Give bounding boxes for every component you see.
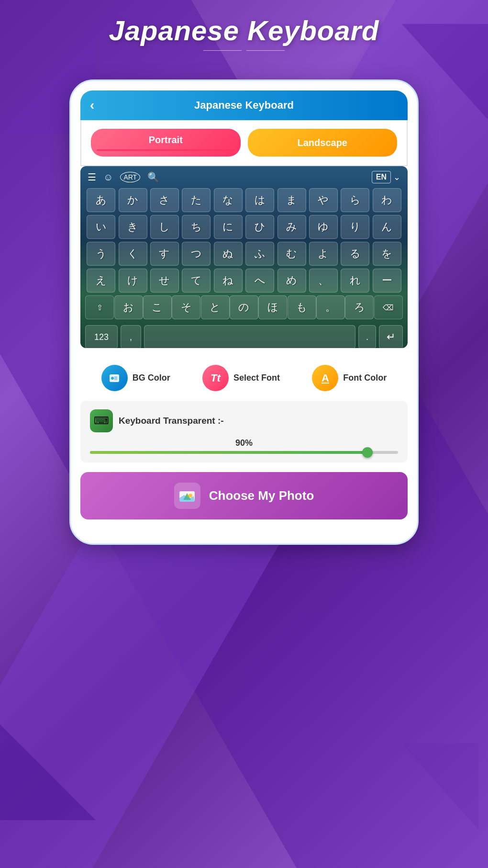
keyboard-green-icon: ⌨ (90, 409, 113, 432)
chevron-down-icon: ⌄ (393, 172, 400, 182)
key-ho[interactable]: ほ (258, 295, 287, 319)
key-re[interactable]: れ (341, 269, 369, 293)
key-o[interactable]: お (114, 295, 143, 319)
key-me[interactable]: め (277, 269, 306, 293)
key-chi[interactable]: ち (182, 215, 211, 239)
key-fu[interactable]: ふ (245, 242, 274, 266)
app-header-title: Japanese Keyboard (194, 99, 294, 112)
key-sa[interactable]: さ (150, 188, 179, 212)
number-key[interactable]: 123 (85, 325, 118, 348)
font-color-icon: A (312, 365, 338, 391)
bg-color-label: BG Color (133, 373, 170, 383)
backspace-key[interactable]: ⌫ (374, 295, 403, 319)
key-ro[interactable]: ろ (345, 295, 374, 319)
bg-color-icon (101, 365, 128, 391)
key-ru[interactable]: る (341, 242, 369, 266)
slider-thumb[interactable] (362, 447, 373, 458)
language-selector[interactable]: EN ⌄ (372, 171, 400, 183)
key-ne[interactable]: ね (214, 269, 243, 293)
transparency-percent: 90% (90, 438, 398, 448)
key-u[interactable]: う (87, 242, 115, 266)
lang-label: EN (372, 171, 391, 183)
key-n[interactable]: ん (373, 215, 401, 239)
select-font-icon: Tt (202, 365, 229, 391)
key-ku[interactable]: く (119, 242, 147, 266)
key-na[interactable]: な (214, 188, 243, 212)
svg-point-1 (111, 377, 114, 380)
select-font-label: Select Font (233, 373, 280, 383)
svg-point-4 (189, 494, 192, 497)
key-shi[interactable]: し (150, 215, 179, 239)
key-i[interactable]: い (87, 215, 115, 239)
key-a[interactable]: あ (87, 188, 115, 212)
photo-icon (174, 483, 200, 509)
key-ni[interactable]: に (214, 215, 243, 239)
key-no[interactable]: の (230, 295, 258, 319)
key-ko[interactable]: こ (143, 295, 172, 319)
key-wo[interactable]: を (373, 242, 401, 266)
kb-row-3: う く す つ ぬ ふ む よ る を (85, 242, 403, 266)
key-ha[interactable]: は (245, 188, 274, 212)
key-mi[interactable]: み (277, 215, 306, 239)
space-key[interactable] (144, 325, 355, 348)
period-key[interactable]: . (358, 325, 376, 348)
portrait-tab[interactable]: Portrait (91, 129, 241, 157)
back-button[interactable]: ‹ (90, 98, 94, 113)
transparency-label: Keyboard Transparent :- (119, 416, 224, 426)
hamburger-icon[interactable]: ☰ (88, 171, 96, 183)
app-header: ‹ Japanese Keyboard (80, 90, 408, 120)
page-title: Japanese Keyboard (0, 14, 488, 46)
keyboard-bottom-row: 123 , . ↵ (80, 322, 408, 348)
key-to[interactable]: と (201, 295, 230, 319)
art-icon[interactable]: ART (120, 172, 140, 182)
key-hi[interactable]: ひ (245, 215, 274, 239)
key-he[interactable]: へ (245, 269, 274, 293)
transparency-slider[interactable] (90, 451, 398, 454)
select-font-button[interactable]: Tt Select Font (202, 365, 280, 391)
font-color-label: Font Color (343, 373, 387, 383)
key-ta[interactable]: た (182, 188, 211, 212)
key-wa[interactable]: わ (373, 188, 401, 212)
key-se[interactable]: せ (150, 269, 179, 293)
shift-key[interactable]: ⇧ (85, 295, 114, 319)
key-ma[interactable]: ま (277, 188, 306, 212)
key-tsu[interactable]: つ (182, 242, 211, 266)
key-su[interactable]: す (150, 242, 179, 266)
key-yu[interactable]: ゆ (309, 215, 338, 239)
customization-row: BG Color Tt Select Font A Font Color (80, 355, 408, 401)
enter-key[interactable]: ↵ (379, 325, 403, 348)
landscape-tab[interactable]: Landscape (248, 129, 398, 157)
key-ka[interactable]: か (119, 188, 147, 212)
keyboard-toolbar: ☰ ☺ ART 🔍 EN ⌄ (80, 166, 408, 188)
bg-color-button[interactable]: BG Color (101, 365, 170, 391)
key-mu[interactable]: む (277, 242, 306, 266)
key-mo[interactable]: も (288, 295, 316, 319)
search-icon[interactable]: 🔍 (147, 171, 159, 183)
key-ki[interactable]: き (119, 215, 147, 239)
key-period-jp[interactable]: 。 (316, 295, 345, 319)
emoji-icon[interactable]: ☺ (103, 172, 113, 183)
choose-photo-button[interactable]: Choose My Photo (80, 472, 408, 519)
key-ra[interactable]: ら (341, 188, 369, 212)
key-e[interactable]: え (87, 269, 115, 293)
key-dash[interactable]: ー (373, 269, 401, 293)
choose-photo-label: Choose My Photo (209, 488, 314, 503)
kb-row-5: ⇧ お こ そ と の ほ も 。 ろ ⌫ (85, 295, 403, 319)
key-ke[interactable]: け (119, 269, 147, 293)
transparency-section: ⌨ Keyboard Transparent :- 90% (80, 401, 408, 462)
phone-frame: ‹ Japanese Keyboard Portrait Landscape ☰… (69, 79, 419, 545)
transparency-header: ⌨ Keyboard Transparent :- (90, 409, 398, 432)
key-nu[interactable]: ぬ (214, 242, 243, 266)
comma-key[interactable]: , (121, 325, 141, 348)
key-so[interactable]: そ (172, 295, 200, 319)
key-ya[interactable]: や (309, 188, 338, 212)
tab-area: Portrait Landscape (80, 120, 408, 166)
font-color-button[interactable]: A Font Color (312, 365, 387, 391)
title-divider (0, 50, 488, 51)
key-te[interactable]: て (182, 269, 211, 293)
key-yo[interactable]: よ (309, 242, 338, 266)
keyboard-keys: あ か さ た な は ま や ら わ い き し ち に ひ み ゆ (80, 188, 408, 319)
key-ri[interactable]: り (341, 215, 369, 239)
slider-fill (90, 451, 367, 454)
key-comma-jp[interactable]: 、 (309, 269, 338, 293)
